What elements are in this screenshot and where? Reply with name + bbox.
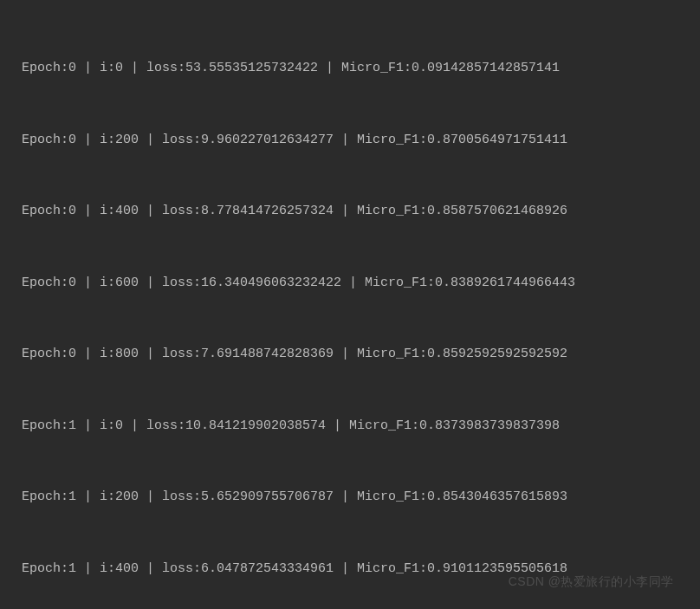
log-line: Epoch:0 | i:0 | loss:53.55535125732422 |… <box>22 56 678 81</box>
log-line: Epoch:0 | i:800 | loss:7.691488742828369… <box>22 342 678 366</box>
log-line: Epoch:0 | i:600 | loss:16.34049606323242… <box>22 271 678 295</box>
log-line: Epoch:0 | i:200 | loss:9.960227012634277… <box>22 128 678 152</box>
terminal-output: Epoch:0 | i:0 | loss:53.55535125732422 |… <box>22 9 678 609</box>
log-line: Epoch:0 | i:400 | loss:8.778414726257324… <box>22 199 678 224</box>
watermark: CSDN @热爱旅行的小李同学 <box>509 570 674 594</box>
log-line: Epoch:1 | i:200 | loss:5.652909755706787… <box>22 485 678 509</box>
log-line: Epoch:1 | i:0 | loss:10.841219902038574 … <box>22 414 678 438</box>
